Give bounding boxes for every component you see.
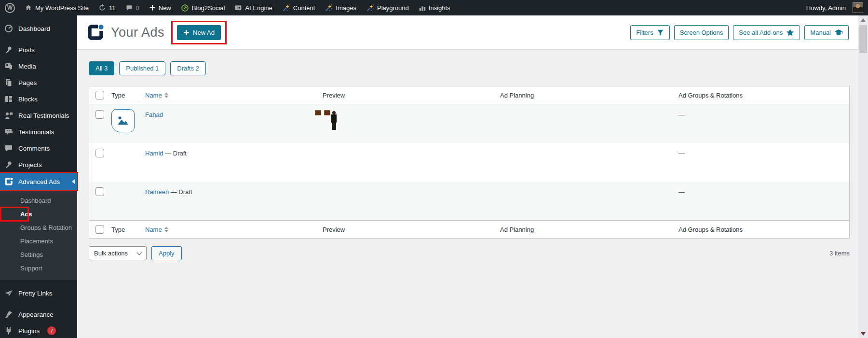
row-checkbox[interactable]	[95, 110, 104, 119]
menu-separator	[0, 280, 77, 285]
sidebar-item-media[interactable]: Media	[0, 58, 77, 74]
ad-name-link[interactable]: Hamid	[145, 150, 163, 157]
sort-arrows-icon	[164, 226, 168, 232]
updates-link[interactable]: 11	[94, 0, 121, 15]
menu-separator	[0, 301, 77, 306]
manual-button[interactable]: Manual	[804, 25, 849, 40]
pages-icon	[4, 78, 14, 87]
new-content-menu[interactable]: New	[144, 0, 176, 15]
dashboard-icon	[4, 24, 14, 33]
see-all-addons-button[interactable]: See all Add-ons	[733, 25, 800, 40]
chevron-down-icon	[136, 250, 142, 255]
status-tabs: All 3 Published 1 Drafts 2	[89, 61, 850, 75]
ad-name-link[interactable]: Fahad	[145, 111, 163, 118]
submenu-item-dashboard[interactable]: Dashboard	[0, 194, 77, 208]
paper-plane-icon	[4, 289, 14, 297]
blog2social-menu[interactable]: Blog2Social	[176, 0, 230, 15]
vertical-scrollbar	[858, 15, 868, 338]
sidebar-item-pretty-links[interactable]: Pretty Links	[0, 285, 77, 301]
scrollbar-thumb[interactable]	[859, 25, 867, 53]
star-icon	[786, 28, 794, 37]
wordpress-menu[interactable]	[0, 0, 20, 15]
sidebar-label: Blocks	[18, 96, 38, 103]
sidebar-item-appearance[interactable]: Appearance	[0, 306, 77, 323]
pushpin-icon	[4, 45, 14, 54]
site-name: My WordPress Site	[35, 4, 89, 12]
column-ad-groups: Ad Groups & Rotations	[678, 226, 849, 233]
filters-button[interactable]: Filters	[630, 25, 669, 40]
ai-playground-menu[interactable]: Playground	[361, 0, 414, 15]
apply-button[interactable]: Apply	[151, 246, 182, 260]
sidebar-item-testimonials[interactable]: Testimonials	[0, 124, 77, 140]
ai-engine-menu[interactable]: AI Engine	[230, 0, 277, 15]
screen-options-button[interactable]: Screen Options	[674, 25, 729, 40]
sidebar-item-projects[interactable]: Projects	[0, 156, 77, 173]
ad-name-link[interactable]: Rameen	[145, 188, 169, 196]
submenu-item-groups-rotation[interactable]: Groups & Rotation	[0, 221, 77, 235]
submenu-label: Settings	[20, 251, 43, 258]
sidebar-item-advanced-ads[interactable]: Advanced Ads	[0, 173, 77, 190]
bulk-actions-label: Bulk actions	[94, 250, 128, 257]
graduation-cap-icon	[834, 29, 843, 36]
ai-engine-icon	[234, 4, 242, 12]
column-name-sort[interactable]: Name	[145, 226, 168, 233]
plugins-update-badge: 7	[47, 326, 56, 335]
row-checkbox[interactable]	[95, 149, 104, 157]
ai-images-label: Images	[336, 4, 356, 12]
pushpin-icon	[4, 160, 14, 169]
table-row: Fahad —	[89, 104, 849, 143]
table-header-row: Type Name Preview Ad Planning Ad Groups …	[89, 86, 849, 104]
row-checkbox[interactable]	[95, 187, 104, 196]
column-name-sort[interactable]: Name	[145, 92, 168, 99]
tab-drafts[interactable]: Drafts 2	[170, 61, 206, 75]
tab-published[interactable]: Published 1	[119, 61, 165, 75]
insights-menu[interactable]: Insights	[414, 0, 455, 15]
submenu-item-placements[interactable]: Placements	[0, 235, 77, 248]
filters-label: Filters	[636, 29, 653, 36]
scroll-up-arrow[interactable]	[861, 18, 866, 22]
scroll-down-arrow[interactable]	[861, 332, 866, 336]
ai-images-menu[interactable]: Images	[320, 0, 361, 15]
sidebar-item-blocks[interactable]: Blocks	[0, 91, 77, 107]
header-actions: Filters Screen Options See all Add-ons M…	[630, 25, 849, 40]
person-bubble-icon	[4, 111, 14, 120]
plugin-icon	[4, 326, 14, 335]
ad-groups-cell: —	[678, 143, 849, 157]
ai-content-menu[interactable]: Content	[277, 0, 320, 15]
sidebar-item-dashboard[interactable]: Dashboard	[0, 20, 77, 37]
new-ad-label: New Ad	[193, 29, 215, 36]
select-all-checkbox[interactable]	[95, 91, 104, 99]
advanced-ads-annotation-box: Advanced Ads	[0, 173, 77, 190]
ad-groups-cell: —	[678, 182, 849, 196]
account-menu[interactable]: Howdy, Admin	[801, 2, 868, 13]
wordpress-logo-icon	[5, 3, 15, 13]
new-ad-annotation-box: New Ad	[171, 21, 227, 44]
sidebar-item-pages[interactable]: Pages	[0, 74, 77, 91]
sidebar-item-posts[interactable]: Posts	[0, 42, 77, 58]
tab-all[interactable]: All 3	[89, 61, 114, 75]
comments-link[interactable]: 0	[121, 0, 144, 15]
new-ad-button[interactable]: New Ad	[177, 25, 221, 40]
updates-icon	[98, 4, 106, 12]
ads-table: Type Name Preview Ad Planning Ad Groups …	[89, 86, 850, 239]
submenu-item-ads[interactable]: Ads	[0, 208, 77, 221]
submenu-item-settings[interactable]: Settings	[0, 248, 77, 262]
paintbrush-icon	[4, 310, 14, 319]
sidebar-item-comments[interactable]: Comments	[0, 140, 77, 156]
bar-chart-icon	[419, 4, 426, 12]
sidebar-item-plugins[interactable]: Plugins 7	[0, 323, 77, 338]
comments-count: 0	[136, 4, 139, 12]
submenu-item-support[interactable]: Support	[0, 262, 77, 275]
select-all-checkbox[interactable]	[95, 225, 104, 234]
submenu-label: Dashboard	[20, 197, 51, 204]
sidebar-label: Dashboard	[18, 25, 50, 32]
media-icon	[4, 62, 14, 70]
site-name-link[interactable]: My WordPress Site	[20, 0, 94, 15]
submenu-label: Support	[20, 265, 42, 272]
ai-playground-label: Playground	[377, 4, 409, 12]
sidebar-label: Pages	[18, 79, 37, 86]
sidebar-item-real-testimonials[interactable]: Real Testimonials	[0, 107, 77, 124]
submenu-label: Placements	[20, 238, 53, 245]
bulk-actions-select[interactable]: Bulk actions	[89, 246, 147, 260]
see-all-addons-label: See all Add-ons	[739, 29, 783, 36]
